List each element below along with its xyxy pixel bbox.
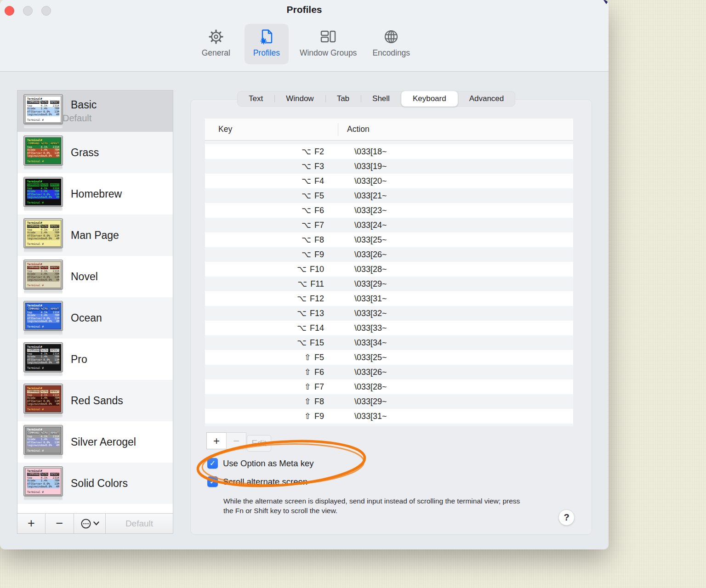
profile-name: Basic [71,99,97,111]
shortcut-row[interactable]: ⌥F5\033[21~ [205,188,573,203]
default-profile-button[interactable]: Default [106,514,173,533]
profile-list-item-novel[interactable]: Terminal# COMMAND%CPURPRVT top4.1%231KXc… [17,256,173,297]
scroll-alternate-screen-checkbox[interactable]: ✓ [207,476,218,487]
shortcut-row[interactable]: ⇧F9\033[31~ [205,409,573,424]
table-header: Key Action [205,119,573,141]
remove-shortcut-button[interactable]: − [226,432,246,449]
tab-shell[interactable]: Shell [361,91,401,107]
title-toolbar-area: Profiles Gen [0,0,609,72]
shortcut-row[interactable]: ⌥F15\033[34~ [205,335,573,350]
toolbar-label: General [202,48,230,58]
chevron-down-icon [93,521,99,526]
profile-thumbnail: Terminal# COMMAND%CPURPRVT top4.1%231KXc… [24,343,63,376]
profile-name: Silver Aerogel [71,436,136,448]
add-shortcut-button[interactable]: + [206,432,227,449]
profile-list-item-silver-aerogel[interactable]: Terminal# COMMAND%CPURPRVT top4.1%231KXc… [17,421,173,463]
globe-icon [383,27,399,47]
profile-thumbnail: Terminal# COMMAND%CPURPRVT top4.1%231KXc… [24,136,63,170]
checkbox-label: Use Option as Meta key [223,458,313,469]
profile-list-item-pro[interactable]: Terminal# COMMAND%CPURPRVT top4.1%231KXc… [17,339,173,380]
shortcut-row[interactable]: ⇧F5\033[25~ [205,350,573,365]
partial-row-bottom [205,424,573,426]
profile-thumbnail: Terminal# COMMAND%CPURPRVT top4.1%231KXc… [24,95,63,128]
shortcut-row[interactable]: ⌥F13\033[32~ [205,306,573,321]
window-groups-icon [319,27,337,47]
profile-list-item-man-page[interactable]: Terminal# COMMAND%CPURPRVT top4.1%231KXc… [17,215,173,256]
shortcut-row[interactable]: ⌥F3\033[19~ [205,159,573,174]
keyboard-shortcut-table: Key Action ⌥F2\033[18~⌥F3\033[19~⌥F4\033… [205,119,573,426]
profile-name: Red Sands [71,395,123,407]
tab-text[interactable]: Text [237,91,274,107]
profile-name: Solid Colors [71,477,128,490]
profile-document-gear-icon [258,27,275,47]
shortcut-row[interactable]: ⌥F2\033[18~ [205,144,573,159]
desktop-background: Profiles Gen [0,0,706,588]
profile-name: Grass [71,147,99,159]
shortcut-row[interactable]: ⇧F7\033[28~ [205,379,573,394]
profile-thumbnail: Terminal# COMMAND%CPURPRVT top4.1%231KXc… [24,384,63,418]
remove-profile-button[interactable]: − [46,514,74,533]
use-option-as-meta-key-row: ✓ Use Option as Meta key [207,458,313,469]
mouse-cursor [604,0,609,4]
shortcut-row[interactable]: ⌥F10\033[28~ [205,262,573,277]
scroll-alternate-screen-row: ✓ Scroll alternate screen [207,476,307,487]
profile-list-item-basic[interactable]: Terminal# COMMAND%CPURPRVT top4.1%231KXc… [17,90,173,132]
help-button[interactable]: ? [558,509,575,526]
profile-thumbnail: Terminal# COMMAND%CPURPRVT top4.1%231KXc… [24,260,63,294]
toolbar-label: Window Groups [300,48,357,58]
use-option-as-meta-key-checkbox[interactable]: ✓ [207,458,218,469]
profile-list: Terminal# COMMAND%CPURPRVT top4.1%231KXc… [17,90,173,514]
tab-bar: TextWindowTabShellKeyboardAdvanced [237,91,515,107]
profile-list-item-red-sands[interactable]: Terminal# COMMAND%CPURPRVT top4.1%231KXc… [17,380,173,421]
profile-default-badge: Default [63,113,97,124]
gear-icon [208,27,224,47]
toolbar-item-window-groups[interactable]: Window Groups [295,24,362,64]
profile-list-item-solid-colors[interactable]: Terminal# COMMAND%CPURPRVT top4.1%231KXc… [17,463,173,504]
tab-window[interactable]: Window [274,91,325,107]
shortcut-row[interactable]: ⌥F4\033[20~ [205,174,573,188]
shortcut-row[interactable]: ⌥F12\033[31~ [205,291,573,306]
profile-name: Man Page [71,229,119,242]
window-title: Profiles [0,4,609,15]
tab-tab[interactable]: Tab [325,91,361,107]
shortcut-row[interactable]: ⇧F8\033[29~ [205,394,573,409]
toolbar-label: Profiles [253,48,280,58]
shortcut-row[interactable]: ⇧F6\033[26~ [205,365,573,379]
shortcut-row[interactable]: ⌥F14\033[33~ [205,321,573,335]
key-column-header: Key [205,124,338,134]
profile-name: Pro [71,353,87,366]
profile-thumbnail: Terminal# COMMAND%CPURPRVT top4.1%231KXc… [24,219,63,252]
edit-shortcut-button[interactable]: Edit [247,435,271,452]
column-divider [338,123,338,136]
toolbar-label: Encodings [372,48,410,58]
toolbar-item-encodings[interactable]: Encodings [368,24,415,64]
alternate-screen-footnote: While the alternate screen is displayed,… [223,496,527,515]
profile-actions-menu-button[interactable] [74,514,106,533]
profile-list-item-ocean[interactable]: Terminal# COMMAND%CPURPRVT top4.1%231KXc… [17,297,173,339]
profile-thumbnail: Terminal# COMMAND%CPURPRVT top4.1%231KXc… [24,467,63,500]
terminal-preferences-window: Profiles Gen [0,0,609,549]
shortcut-row[interactable]: ⌥F8\033[25~ [205,232,573,247]
shortcut-row[interactable]: ⌥F9\033[26~ [205,247,573,262]
partial-row-top [205,141,573,144]
sidebar-footer: + − [17,513,173,533]
profile-list-item-grass[interactable]: Terminal# COMMAND%CPURPRVT top4.1%231KXc… [17,132,173,173]
profile-list-item-homebrew[interactable]: Terminal# COMMAND%CPURPRVT top4.1%231KXc… [17,173,173,215]
profile-thumbnail: Terminal# COMMAND%CPURPRVT top4.1%231KXc… [24,177,63,211]
preferences-toolbar: General [0,24,609,66]
shortcut-row[interactable]: ⌥F11\033[29~ [205,277,573,291]
profile-name: Novel [71,271,98,283]
tab-advanced[interactable]: Advanced [458,91,516,107]
profile-name: Homebrew [71,188,122,200]
toolbar-item-profiles[interactable]: Profiles [245,24,289,64]
table-body: ⌥F2\033[18~⌥F3\033[19~⌥F4\033[20~⌥F5\033… [205,141,573,426]
shortcut-row[interactable]: ⌥F7\033[24~ [205,218,573,232]
profiles-sidebar: Terminal# COMMAND%CPURPRVT top4.1%231KXc… [17,90,173,534]
tab-keyboard[interactable]: Keyboard [401,91,458,107]
checkbox-label: Scroll alternate screen [223,477,307,487]
shortcut-row[interactable]: ⌥F6\033[23~ [205,203,573,218]
add-profile-button[interactable]: + [17,514,46,533]
toolbar-item-general[interactable]: General [194,24,238,64]
action-column-header: Action [338,124,370,134]
profile-thumbnail: Terminal# COMMAND%CPURPRVT top4.1%231KXc… [24,301,63,335]
